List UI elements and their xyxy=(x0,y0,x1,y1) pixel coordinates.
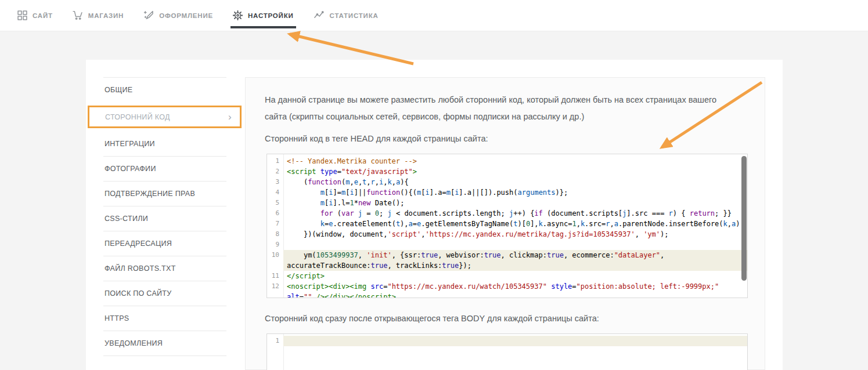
code-line: 10 ym(1053499937, 'init', {ssr:true, web… xyxy=(267,250,747,271)
code-text xyxy=(283,336,747,346)
nav-tab-label: НАСТРОЙКИ xyxy=(248,12,294,19)
line-number: 7 xyxy=(267,219,283,229)
chart-icon xyxy=(314,10,325,20)
code-line: 1<!-- Yandex.Metrika counter --> xyxy=(267,156,747,166)
line-number: 12 xyxy=(267,281,283,298)
sidebar-item[interactable]: CSS-СТИЛИ xyxy=(103,206,226,231)
page: САЙТМАГАЗИНОФОРМЛЕНИЕНАСТРОЙКИСТАТИСТИКА… xyxy=(0,0,868,370)
code-text: m[i].l=1*new Date(); xyxy=(283,198,747,208)
code-text: <noscript><div><img src="https://mc.yand… xyxy=(283,281,747,298)
code-line: 1 xyxy=(267,336,747,346)
content-card: ОБЩИЕСТОРОННИЙ КОД›ИНТЕГРАЦИИФОТОГРАФИИП… xyxy=(86,60,783,370)
gear-icon xyxy=(233,10,243,20)
sidebar-item-label: ФОТОГРАФИИ xyxy=(105,165,156,173)
sidebar-item[interactable]: ИНТЕГРАЦИИ xyxy=(103,132,226,157)
line-number: 10 xyxy=(267,250,283,271)
sidebar-item[interactable]: ПОДТВЕРЖДЕНИЕ ПРАВ xyxy=(103,182,226,206)
brush-icon xyxy=(143,10,154,20)
body-code-label: Сторонний код сразу после открывающегося… xyxy=(265,314,599,323)
line-number: 3 xyxy=(267,177,283,187)
cart-icon xyxy=(73,10,83,20)
line-number: 9 xyxy=(267,240,283,250)
line-number: 4 xyxy=(267,187,283,198)
code-text: <!-- Yandex.Metrika counter --> xyxy=(283,156,747,166)
sidebar-item-label: ФАЙЛ ROBOTS.TXT xyxy=(105,264,176,273)
nav-tab-statistics[interactable]: СТАТИСТИКА xyxy=(312,0,380,31)
settings-sidebar: ОБЩИЕСТОРОННИЙ КОД›ИНТЕГРАЦИИФОТОГРАФИИП… xyxy=(103,77,226,356)
code-line: 9 xyxy=(267,240,747,250)
nav-tab-label: СТАТИСТИКА xyxy=(330,12,379,19)
line-number: 8 xyxy=(267,229,283,240)
nav-tab-label: САЙТ xyxy=(33,12,53,19)
nav-tab-design[interactable]: ОФОРМЛЕНИЕ xyxy=(142,0,214,31)
nav-tab-site[interactable]: САЙТ xyxy=(16,0,54,31)
code-text: m[i]=m[i]||function(){(m[i].a=m[i].a||[]… xyxy=(283,187,747,198)
nav-tab-label: ОФОРМЛЕНИЕ xyxy=(159,12,213,19)
sidebar-item-label: ПОДТВЕРЖДЕНИЕ ПРАВ xyxy=(105,190,195,198)
nav-tab-settings[interactable]: НАСТРОЙКИ xyxy=(232,0,295,31)
code-line: 6 for (var j = 0; j < document.scripts.l… xyxy=(267,208,747,219)
top-navigation: САЙТМАГАЗИНОФОРМЛЕНИЕНАСТРОЙКИСТАТИСТИКА xyxy=(0,0,868,31)
code-editor-content: 1<!-- Yandex.Metrika counter -->2<script… xyxy=(267,154,747,298)
code-line: 8 })(window, document,'script','https://… xyxy=(267,229,747,240)
sidebar-item-active[interactable]: СТОРОННИЙ КОД› xyxy=(88,106,242,128)
line-number: 6 xyxy=(267,208,283,219)
code-line: 5 m[i].l=1*new Date(); xyxy=(267,198,747,208)
code-text: for (var j = 0; j < document.scripts.len… xyxy=(283,208,747,219)
nav-tab-shop[interactable]: МАГАЗИН xyxy=(71,0,125,31)
code-line: 3 (function(m,e,t,r,i,k,a){ xyxy=(267,177,747,187)
code-text: <script type="text/javascript"> xyxy=(283,166,747,177)
third-party-code-panel: На данной странице вы можете разместить … xyxy=(245,77,765,370)
sidebar-item[interactable]: ФАЙЛ ROBOTS.TXT xyxy=(103,256,226,281)
sidebar-item-label: HTTPS xyxy=(105,314,129,322)
head-code-label: Сторонний код в теге HEAD для каждой стр… xyxy=(265,134,488,143)
intro-text: На данной странице вы можете разместить … xyxy=(265,92,738,125)
sidebar-item-label: CSS-СТИЛИ xyxy=(105,215,148,223)
sidebar-item[interactable]: ОБЩИЕ xyxy=(103,78,226,102)
code-line: 7 k=e.createElement(t),a=e.getElementsBy… xyxy=(267,219,747,229)
sidebar-item[interactable]: УВЕДОМЛЕНИЯ xyxy=(103,331,226,356)
code-line: 2<script type="text/javascript"> xyxy=(267,166,747,177)
sidebar-item-label: ОБЩИЕ xyxy=(105,86,132,94)
sidebar-item[interactable]: ПОИСК ПО САЙТУ xyxy=(103,281,226,306)
code-line: 11</script> xyxy=(267,271,747,281)
code-text: ym(1053499937, 'init', {ssr:true, webvis… xyxy=(283,250,747,271)
code-text: })(window, document,'script','https://mc… xyxy=(283,229,747,240)
code-text: (function(m,e,t,r,i,k,a){ xyxy=(283,177,747,187)
code-line: 12<noscript><div><img src="https://mc.ya… xyxy=(267,281,747,298)
head-code-editor[interactable]: 1<!-- Yandex.Metrika counter -->2<script… xyxy=(266,154,748,298)
body-code-editor[interactable]: 1 xyxy=(266,333,748,370)
grid-icon xyxy=(17,10,27,20)
editor-scrollbar-thumb[interactable] xyxy=(741,156,747,281)
line-number: 5 xyxy=(267,198,283,208)
sidebar-item-label: ПЕРЕАДРЕСАЦИЯ xyxy=(105,240,172,248)
sidebar-item-label: СТОРОННИЙ КОД xyxy=(105,113,170,121)
line-number: 1 xyxy=(267,156,283,166)
sidebar-item[interactable]: ФОТОГРАФИИ xyxy=(103,157,226,182)
chevron-right-icon: › xyxy=(228,112,232,122)
line-number: 2 xyxy=(267,166,283,177)
code-text: k=e.createElement(t),a=e.getElementsByTa… xyxy=(283,219,747,229)
sidebar-item-label: УВЕДОМЛЕНИЯ xyxy=(105,339,163,347)
sidebar-item-label: ИНТЕГРАЦИИ xyxy=(105,140,155,148)
code-text: </script> xyxy=(283,271,747,281)
code-line: 4 m[i]=m[i]||function(){(m[i].a=m[i].a||… xyxy=(267,187,747,198)
sidebar-item[interactable]: ПЕРЕАДРЕСАЦИЯ xyxy=(103,231,226,256)
code-text xyxy=(283,240,747,250)
code-editor-content: 1 xyxy=(267,334,747,346)
sidebar-item[interactable]: HTTPS xyxy=(103,306,226,331)
line-number: 11 xyxy=(267,271,283,281)
sidebar-item-label: ПОИСК ПО САЙТУ xyxy=(105,289,172,298)
line-number: 1 xyxy=(267,336,283,346)
nav-tab-label: МАГАЗИН xyxy=(88,12,124,19)
